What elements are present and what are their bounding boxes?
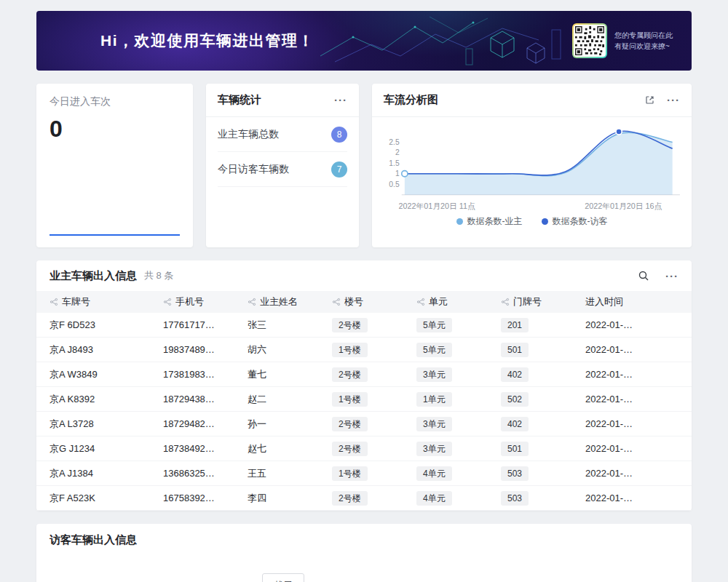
flow-line-chart: 0.511.522.52022年01月20日 11点2022年01月20日 16… bbox=[382, 121, 681, 215]
column-header[interactable]: 车牌号 bbox=[36, 291, 157, 313]
table-cell-filler bbox=[664, 362, 692, 387]
tag-pill: 402 bbox=[501, 417, 529, 431]
table-cell: 5单元 bbox=[411, 338, 495, 362]
column-header[interactable]: 楼号 bbox=[326, 291, 411, 313]
table-cell: 2022-01-… bbox=[579, 412, 664, 436]
table-cell: 2022-01-… bbox=[579, 461, 664, 486]
tag-pill: 4单元 bbox=[416, 466, 452, 481]
tag-pill: 201 bbox=[501, 318, 529, 332]
field-icon bbox=[416, 298, 425, 306]
table-cell-filler bbox=[664, 436, 692, 461]
field-icon bbox=[248, 298, 256, 306]
stats-item-label: 业主车辆总数 bbox=[218, 128, 279, 141]
field-icon bbox=[332, 298, 341, 306]
svg-text:0.5: 0.5 bbox=[389, 180, 400, 188]
qr-caption-line2: 有疑问欢迎来撩~ bbox=[614, 41, 673, 52]
tag-pill: 1号楼 bbox=[332, 466, 368, 481]
table-cell: 503 bbox=[495, 461, 579, 486]
table-cell: 502 bbox=[495, 387, 579, 412]
table-cell: 503 bbox=[495, 486, 579, 511]
column-header[interactable]: 手机号 bbox=[157, 291, 242, 313]
table-cell: 2022-01-… bbox=[579, 436, 664, 461]
legend-label: 数据条数-业主 bbox=[467, 215, 523, 228]
table-cell: 李四 bbox=[242, 486, 326, 511]
table-cell: 京A W3849 bbox=[36, 362, 157, 387]
svg-text:2022年01月20日 16点: 2022年01月20日 16点 bbox=[585, 202, 662, 210]
tag-pill: 3单元 bbox=[416, 417, 452, 431]
tag-pill: 402 bbox=[501, 367, 529, 382]
table-cell: 402 bbox=[495, 362, 579, 387]
owner-vehicle-table: 车牌号手机号业主姓名楼号单元门牌号进入时间 京F 6D52317761717…张… bbox=[36, 291, 692, 511]
column-header-label: 车牌号 bbox=[62, 296, 90, 307]
chart-legend: 数据条数-业主数据条数-访客 bbox=[372, 215, 692, 228]
today-entries-card: 今日进入车次 0 bbox=[36, 84, 193, 247]
tag-pill: 503 bbox=[501, 491, 529, 506]
more-icon[interactable]: ··· bbox=[334, 95, 347, 105]
tag-pill: 5单元 bbox=[416, 343, 452, 357]
table-row: 京F 6D52317761717…张三2号楼5单元2012022-01-… bbox=[36, 313, 692, 338]
table-cell: 京F A523K bbox=[36, 486, 157, 511]
partial-button[interactable]: 截屏 bbox=[262, 573, 304, 582]
column-header[interactable]: 单元 bbox=[411, 291, 495, 313]
column-header-filler bbox=[664, 291, 692, 313]
table-cell: 胡六 bbox=[242, 338, 326, 362]
svg-text:1.5: 1.5 bbox=[389, 159, 400, 167]
table-cell: 501 bbox=[495, 338, 579, 362]
legend-dot bbox=[456, 218, 463, 225]
field-icon bbox=[163, 298, 172, 306]
table-cell: 18738492… bbox=[157, 436, 242, 461]
svg-text:1: 1 bbox=[395, 170, 400, 178]
table-cell: 1号楼 bbox=[326, 387, 411, 412]
banner-decoration bbox=[320, 11, 568, 71]
tag-pill: 3单元 bbox=[416, 367, 452, 382]
table-cell: 2022-01-… bbox=[579, 313, 664, 338]
table-cell-filler bbox=[664, 338, 692, 362]
stats-item: 今日访客车辆数7 bbox=[218, 152, 347, 187]
svg-text:2: 2 bbox=[395, 148, 400, 156]
table-cell: 3单元 bbox=[411, 412, 495, 436]
stats-item-label: 今日访客车辆数 bbox=[218, 163, 289, 176]
welcome-banner: Hi，欢迎使用车辆进出管理！ bbox=[36, 11, 692, 71]
column-header[interactable]: 门牌号 bbox=[495, 291, 579, 313]
tag-pill: 2号楼 bbox=[332, 367, 368, 382]
legend-item: 数据条数-访客 bbox=[542, 215, 608, 228]
column-header[interactable]: 进入时间 bbox=[579, 291, 664, 313]
tag-pill: 1号楼 bbox=[332, 343, 368, 357]
search-icon[interactable] bbox=[638, 270, 649, 282]
tag-pill: 2号楼 bbox=[332, 442, 368, 456]
tag-pill: 501 bbox=[501, 343, 529, 357]
table-row: 京A J849319837489…胡六1号楼5单元5012022-01-… bbox=[36, 338, 692, 362]
table-cell: 董七 bbox=[242, 362, 326, 387]
qr-caption-line1: 您的专属顾问在此 bbox=[614, 30, 673, 41]
tag-pill: 503 bbox=[501, 466, 529, 481]
table-cell: 17381983… bbox=[157, 362, 242, 387]
table-cell: 5单元 bbox=[411, 313, 495, 338]
column-header-label: 单元 bbox=[429, 296, 448, 307]
tag-pill: 4单元 bbox=[416, 491, 452, 506]
table-cell: 京G J1234 bbox=[36, 436, 157, 461]
column-header[interactable]: 业主姓名 bbox=[242, 291, 326, 313]
table-cell: 4单元 bbox=[411, 486, 495, 511]
more-icon[interactable]: ··· bbox=[667, 95, 680, 105]
vehicle-stats-card: 车辆统计 ··· 业主车辆总数8今日访客车辆数7 bbox=[206, 84, 359, 247]
table-cell: 501 bbox=[495, 436, 579, 461]
table-cell: 1号楼 bbox=[326, 461, 411, 486]
svg-text:2022年01月20日 11点: 2022年01月20日 11点 bbox=[399, 202, 475, 210]
table-cell: 16758392… bbox=[157, 486, 242, 511]
table-cell: 2022-01-… bbox=[579, 486, 664, 511]
table-cell-filler bbox=[664, 313, 692, 338]
table-row: 京A L372818729482…孙一2号楼3单元4022022-01-… bbox=[36, 412, 692, 436]
tag-pill: 2号楼 bbox=[332, 318, 368, 332]
export-icon[interactable] bbox=[644, 95, 655, 105]
visitor-table-title: 访客车辆出入信息 bbox=[50, 533, 137, 547]
table-cell: 17761717… bbox=[157, 313, 242, 338]
column-header-label: 门牌号 bbox=[513, 296, 542, 307]
stats-item-badge: 8 bbox=[331, 127, 347, 143]
table-row: 京A J138413686325…王五1号楼4单元5032022-01-… bbox=[36, 461, 692, 486]
table-cell: 王五 bbox=[242, 461, 326, 486]
owner-table-card: 业主车辆出入信息 共 8 条 ··· 车牌号手机号业主姓名楼号单元门牌号进入时间… bbox=[36, 260, 692, 511]
more-icon[interactable]: ··· bbox=[665, 271, 678, 282]
tag-pill: 502 bbox=[501, 392, 529, 407]
stats-item-badge: 7 bbox=[331, 162, 347, 178]
field-icon bbox=[50, 298, 58, 306]
